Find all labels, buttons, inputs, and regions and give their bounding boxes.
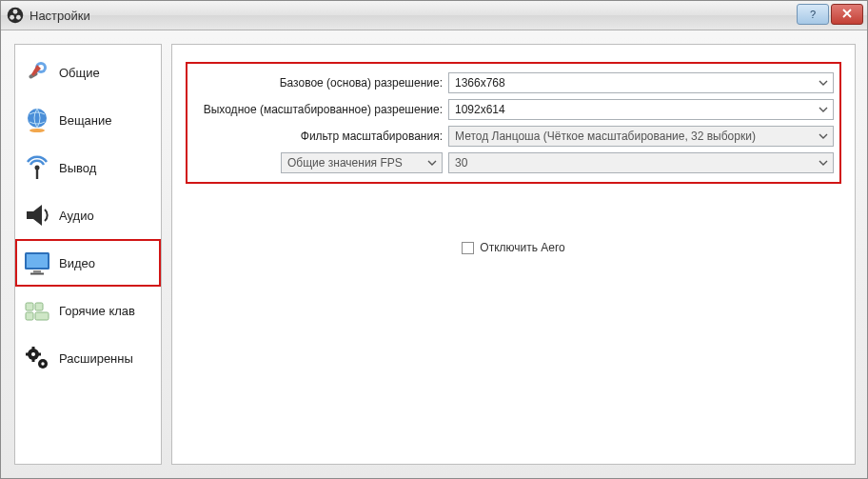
svg-rect-14 <box>30 273 44 275</box>
fps-row: Общие значения FPS 30 <box>193 150 834 176</box>
close-icon <box>842 9 852 20</box>
app-icon <box>7 7 24 24</box>
sidebar-item-stream[interactable]: Вещание <box>15 96 161 144</box>
fps-value: 30 <box>455 156 467 170</box>
window-buttons: ? <box>797 4 863 25</box>
svg-point-8 <box>30 129 45 132</box>
settings-window: Настройки ? <box>0 0 868 479</box>
sidebar-item-label: Горячие клав <box>59 304 135 318</box>
chevron-down-icon <box>425 156 439 170</box>
content-panel: Базовое (основа) разрешение: 1366x768 Вы… <box>171 44 856 465</box>
downscale-filter-value: Метод Ланцоша (Чёткое масштабирование, 3… <box>455 130 756 143</box>
sidebar-item-general[interactable]: Общие <box>15 49 161 96</box>
svg-rect-10 <box>36 168 38 179</box>
output-resolution-label: Выходное (масштабированное) разрешение: <box>193 103 448 116</box>
base-resolution-value: 1366x768 <box>455 76 505 90</box>
svg-point-22 <box>41 362 44 365</box>
close-button[interactable] <box>831 4 863 25</box>
sidebar-item-label: Расширенны <box>59 351 133 366</box>
sidebar-item-label: Видео <box>59 256 95 270</box>
sidebar-item-advanced[interactable]: Расширенны <box>15 334 161 382</box>
downscale-filter-combo[interactable]: Метод Ланцоша (Чёткое масштабирование, 3… <box>448 126 834 147</box>
monitor-icon <box>21 247 53 279</box>
wrench-icon <box>21 56 53 89</box>
highlighted-form-area: Базовое (основа) разрешение: 1366x768 Вы… <box>186 62 841 184</box>
chevron-down-icon <box>817 156 830 170</box>
sidebar-item-label: Вещание <box>59 113 112 128</box>
svg-rect-12 <box>27 254 48 268</box>
svg-rect-18 <box>35 312 49 320</box>
svg-point-7 <box>28 109 47 128</box>
titlebar: Настройки ? <box>1 1 867 30</box>
keyboard-icon <box>21 294 53 327</box>
svg-point-1 <box>13 10 18 14</box>
help-button[interactable]: ? <box>797 4 829 25</box>
sidebar-item-audio[interactable]: Аудио <box>15 191 161 239</box>
svg-rect-17 <box>26 312 33 320</box>
svg-point-2 <box>10 15 14 20</box>
sidebar-item-label: Вывод <box>59 161 96 175</box>
svg-rect-16 <box>35 303 43 310</box>
disable-aero-label: Отключить Aero <box>480 241 564 254</box>
sidebar-item-label: Аудио <box>59 209 94 223</box>
svg-point-3 <box>16 15 21 20</box>
output-resolution-combo[interactable]: 1092x614 <box>448 99 834 120</box>
gears-icon <box>21 342 53 374</box>
antenna-icon <box>21 151 53 184</box>
svg-rect-13 <box>33 270 41 273</box>
chevron-down-icon <box>817 76 830 90</box>
sidebar-item-label: Общие <box>59 66 100 80</box>
base-resolution-combo[interactable]: 1366x768 <box>448 72 834 93</box>
base-resolution-label: Базовое (основа) разрешение: <box>193 76 448 90</box>
help-icon: ? <box>810 9 816 20</box>
sidebar-item-video[interactable]: Видео <box>15 239 161 287</box>
fps-type-value: Общие значения FPS <box>287 156 403 170</box>
window-body: Общие Вещание <box>1 30 867 478</box>
disable-aero-row: Отключить Aero <box>186 241 841 254</box>
downscale-filter-row: Фильтр масштабирования: Метод Ланцоша (Ч… <box>193 123 834 150</box>
disable-aero-checkbox[interactable] <box>462 242 474 254</box>
window-title: Настройки <box>30 9 90 23</box>
fps-type-combo[interactable]: Общие значения FPS <box>281 152 443 173</box>
fps-value-combo[interactable]: 30 <box>448 152 834 173</box>
sidebar-item-hotkeys[interactable]: Горячие клав <box>15 287 161 334</box>
svg-rect-15 <box>26 303 33 310</box>
base-resolution-row: Базовое (основа) разрешение: 1366x768 <box>193 70 834 96</box>
speaker-icon <box>21 199 53 231</box>
output-resolution-value: 1092x614 <box>455 103 505 116</box>
chevron-down-icon <box>817 130 830 143</box>
chevron-down-icon <box>817 103 830 116</box>
output-resolution-row: Выходное (масштабированное) разрешение: … <box>193 96 834 123</box>
sidebar: Общие Вещание <box>14 44 162 465</box>
sidebar-item-output[interactable]: Вывод <box>15 144 161 191</box>
downscale-filter-label: Фильтр масштабирования: <box>193 130 448 143</box>
globe-icon <box>21 104 53 136</box>
svg-point-20 <box>31 352 35 356</box>
